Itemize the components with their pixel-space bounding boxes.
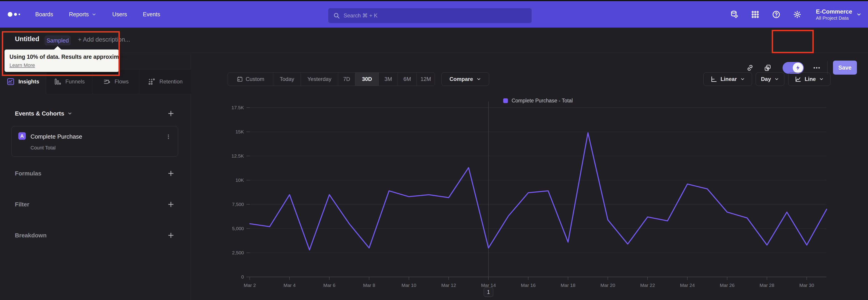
svg-text:Mar 6: Mar 6	[323, 282, 336, 288]
sampling-tooltip: Using 10% of data. Results are approxima…	[4, 50, 119, 72]
range-label: 6M	[403, 76, 411, 82]
range-12m[interactable]: 12M	[416, 72, 435, 86]
tab-insights[interactable]: Insights	[0, 69, 46, 94]
event-name: Complete Purchase	[31, 133, 82, 140]
range-yesterday[interactable]: Yesterday	[301, 72, 338, 86]
query-builder-sidebar: Insights Funnels Flows	[0, 53, 191, 300]
range-label: Yesterday	[307, 76, 331, 82]
tab-flows[interactable]: Flows	[92, 69, 139, 94]
events-cohorts-label: Events & Cohorts	[15, 110, 64, 117]
svg-text:Mar 24: Mar 24	[680, 282, 695, 288]
breakdown-row: Breakdown	[15, 229, 176, 242]
project-info: E-Commerce All Project Data	[816, 8, 852, 21]
search-placeholder: Search ⌘ + K	[344, 12, 377, 19]
add-formula-button[interactable]	[166, 169, 176, 178]
nav-item-reports[interactable]: Reports	[69, 11, 96, 18]
scale-dropdown[interactable]: Linear	[704, 72, 752, 86]
range-label: 3M	[384, 76, 392, 82]
project-name: E-Commerce	[816, 8, 852, 16]
tab-funnels[interactable]: Funnels	[46, 69, 92, 94]
event-letter-badge: A	[18, 132, 26, 140]
range-6m[interactable]: 6M	[398, 72, 416, 86]
kebab-menu-icon	[165, 134, 171, 140]
sampled-badge[interactable]: Sampled	[45, 36, 70, 45]
lightning-bolt-icon	[795, 65, 801, 71]
nav-item-users[interactable]: Users	[112, 11, 127, 18]
report-header: Untitled Sampled + Add description...	[0, 28, 868, 53]
event-card[interactable]: A Complete Purchase Count Total	[11, 126, 178, 157]
range-label: 30D	[362, 76, 372, 82]
data-management-button[interactable]	[724, 1, 745, 28]
search-input[interactable]: Search ⌘ + K	[328, 8, 532, 23]
apps-grid-button[interactable]	[745, 1, 766, 28]
save-button[interactable]: Save	[833, 61, 857, 74]
add-description-field[interactable]: + Add description...	[78, 36, 130, 43]
search-icon	[333, 12, 340, 19]
chevron-down-icon	[476, 77, 481, 82]
range-7d[interactable]: 7D	[338, 72, 355, 86]
add-filter-button[interactable]	[166, 200, 176, 209]
link-icon	[746, 64, 754, 72]
range-label: Today	[280, 76, 294, 82]
event-metric[interactable]: Count Total	[31, 145, 56, 151]
svg-text:12.5K: 12.5K	[231, 153, 244, 158]
svg-text:Mar 14: Mar 14	[481, 282, 496, 288]
svg-text:Mar 30: Mar 30	[799, 282, 814, 288]
svg-text:Mar 10: Mar 10	[401, 282, 416, 288]
nav-item-events[interactable]: Events	[143, 11, 160, 18]
legend-label: Complete Purchase - Total	[512, 98, 573, 104]
events-cohorts-header[interactable]: Events & Cohorts	[15, 110, 72, 117]
report-title[interactable]: Untitled	[15, 35, 39, 43]
events-cohorts-header-row: Events & Cohorts	[15, 107, 176, 120]
logo-dot	[19, 13, 20, 15]
chevron-down-icon	[740, 77, 745, 82]
tab-retention[interactable]: Retention	[139, 69, 191, 94]
compare-button[interactable]: Compare	[441, 72, 489, 86]
formulas-row: Formulas	[15, 167, 176, 180]
tooltip-arrow	[54, 46, 61, 50]
chevron-down-icon	[92, 12, 96, 17]
svg-text:Mar 8: Mar 8	[363, 282, 375, 288]
range-today[interactable]: Today	[273, 72, 301, 86]
range-30d[interactable]: 30D	[355, 72, 379, 86]
event-options-button[interactable]	[164, 132, 173, 142]
chevron-down-icon	[774, 77, 779, 82]
tooltip-text: Using 10% of data. Results are approxima…	[9, 54, 114, 60]
nav-label: Boards	[35, 11, 53, 18]
add-event-button[interactable]	[166, 109, 176, 118]
svg-text:Mar 18: Mar 18	[561, 282, 575, 288]
learn-more-link[interactable]: Learn More	[9, 62, 35, 68]
range-label: 12M	[421, 76, 431, 82]
project-switcher[interactable]: E-Commerce All Project Data	[816, 8, 862, 21]
range-custom[interactable]: Custom	[228, 72, 273, 86]
range-3m[interactable]: 3M	[379, 72, 398, 86]
svg-text:Mar 4: Mar 4	[283, 282, 296, 288]
top-navbar: Boards Reports Users Events Search ⌘ + K	[0, 1, 868, 28]
help-button[interactable]	[766, 1, 787, 28]
svg-text:Mar 28: Mar 28	[760, 282, 774, 288]
settings-button[interactable]	[787, 1, 808, 28]
interval-dropdown[interactable]: Day	[756, 72, 784, 86]
copy-plus-icon	[764, 64, 772, 72]
svg-text:0: 0	[241, 274, 244, 279]
logo-dot	[8, 12, 12, 17]
database-gear-icon	[730, 10, 739, 19]
chart-legend[interactable]: Complete Purchase - Total	[250, 98, 826, 104]
svg-text:2,500: 2,500	[232, 250, 244, 255]
plus-icon	[167, 170, 174, 177]
toggle-knob	[793, 63, 803, 73]
flows-icon	[103, 78, 111, 86]
mixpanel-logo-icon[interactable]	[8, 1, 20, 28]
report-type-tabs: Insights Funnels Flows	[0, 69, 191, 94]
nav-label: Reports	[69, 11, 89, 18]
chart-type-dropdown[interactable]: Line	[788, 72, 831, 86]
project-scope: All Project Data	[816, 16, 852, 21]
svg-text:17.5K: 17.5K	[231, 105, 244, 110]
quick-compute-toggle[interactable]	[782, 62, 804, 74]
nav-item-boards[interactable]: Boards	[35, 11, 53, 18]
mixpanel-insights-screen: Boards Reports Users Events Search ⌘ + K	[0, 0, 868, 300]
annotation-marker-chip[interactable]: 1	[484, 287, 493, 297]
add-breakdown-button[interactable]	[166, 230, 176, 240]
svg-text:Mar 2: Mar 2	[244, 282, 256, 288]
help-icon	[772, 10, 780, 19]
